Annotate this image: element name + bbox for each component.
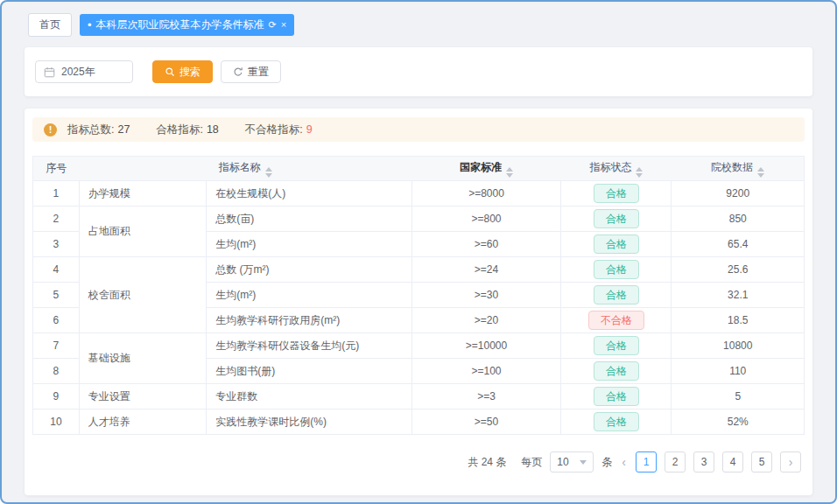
status-badge: 合格 bbox=[594, 260, 639, 279]
cell-status: 合格 bbox=[561, 333, 672, 359]
app-window: 首页 • 本科层次职业院校基本办学条件标准 ⟳ × 2025年 bbox=[0, 0, 837, 504]
cell-index: 4 bbox=[33, 257, 80, 283]
page-button-2[interactable]: 2 bbox=[665, 452, 686, 472]
tag-view-bar: 首页 • 本科层次职业院校基本办学条件标准 ⟳ × bbox=[28, 13, 835, 37]
sort-icon[interactable] bbox=[757, 167, 764, 178]
year-date-value: 2025年 bbox=[61, 65, 95, 80]
cell-name: 实践性教学课时比例(%) bbox=[207, 410, 411, 435]
summary-pass-label: 合格指标: bbox=[156, 122, 202, 137]
year-date-input[interactable]: 2025年 bbox=[35, 60, 133, 83]
cell-index: 3 bbox=[33, 232, 80, 257]
result-panel: ! 指标总数: 27 合格指标: 18 不合格指标: 9 序号 指标名称 bbox=[25, 108, 812, 495]
summary-total-label: 指标总数: bbox=[67, 122, 114, 137]
cell-standard: >=30 bbox=[411, 283, 561, 308]
per-page-suffix: 条 bbox=[601, 455, 612, 470]
header-school-data[interactable]: 院校数据 bbox=[672, 157, 805, 181]
cell-value: 5 bbox=[672, 384, 805, 410]
cell-index: 9 bbox=[33, 384, 80, 410]
per-page-value: 10 bbox=[557, 456, 568, 468]
cell-category: 基础设施 bbox=[79, 333, 206, 384]
summary-fail-value: 9 bbox=[306, 123, 313, 136]
tab-home[interactable]: 首页 bbox=[28, 13, 72, 37]
table-row: 2 占地面积 总数(亩) >=800 合格 850 bbox=[33, 206, 805, 232]
cell-name: 生均图书(册) bbox=[207, 359, 411, 384]
cell-standard: >=10000 bbox=[411, 333, 561, 359]
table-row: 4 校舍面积 总数 (万m²) >=24 合格 25.6 bbox=[33, 257, 805, 283]
cell-status: 合格 bbox=[561, 359, 672, 384]
page-button-1[interactable]: 1 bbox=[636, 452, 657, 472]
cell-standard: >=100 bbox=[411, 359, 561, 384]
next-page-icon: › bbox=[787, 455, 795, 469]
sort-icon[interactable] bbox=[506, 167, 513, 178]
header-indicator-name[interactable]: 指标名称 bbox=[79, 157, 411, 181]
calendar-icon bbox=[44, 66, 55, 78]
reset-button-label: 重置 bbox=[248, 65, 269, 80]
search-button[interactable]: 搜索 bbox=[152, 60, 213, 83]
status-badge: 合格 bbox=[594, 361, 639, 381]
cell-name: 在校生规模(人) bbox=[207, 181, 411, 206]
cell-index: 10 bbox=[33, 410, 80, 435]
status-badge: 合格 bbox=[594, 412, 639, 431]
cell-standard: >=3 bbox=[411, 384, 561, 410]
cell-value: 850 bbox=[672, 206, 805, 232]
header-national-standard[interactable]: 国家标准 bbox=[411, 157, 561, 181]
table-row: 1 办学规模 在校生规模(人) >=8000 合格 9200 bbox=[33, 181, 805, 206]
pagination: 共 24 条 每页 10 条 ‹ 1 2 3 4 5 › bbox=[36, 452, 801, 472]
tab-active-standard[interactable]: • 本科层次职业院校基本办学条件标准 ⟳ × bbox=[80, 14, 294, 36]
sort-icon[interactable] bbox=[265, 167, 272, 178]
page-button-3[interactable]: 3 bbox=[693, 452, 714, 472]
status-badge: 合格 bbox=[594, 336, 639, 355]
header-national-standard-label: 国家标准 bbox=[460, 161, 502, 173]
cell-category: 办学规模 bbox=[79, 181, 206, 206]
tab-refresh-icon[interactable]: ⟳ bbox=[269, 20, 277, 30]
cell-index: 1 bbox=[33, 181, 80, 206]
cell-value: 9200 bbox=[672, 181, 805, 206]
cell-name: 总数(亩) bbox=[207, 206, 411, 232]
cell-category: 占地面积 bbox=[79, 206, 206, 257]
active-dot-icon: • bbox=[88, 19, 92, 31]
cell-standard: >=8000 bbox=[411, 181, 561, 206]
cell-status: 合格 bbox=[561, 410, 672, 435]
cell-value: 52% bbox=[672, 410, 805, 435]
sort-icon[interactable] bbox=[636, 167, 643, 178]
cell-name: 生均(m²) bbox=[207, 232, 411, 257]
header-indicator-status[interactable]: 指标状态 bbox=[561, 157, 672, 181]
summary-alert: ! 指标总数: 27 合格指标: 18 不合格指标: 9 bbox=[32, 117, 805, 142]
header-index: 序号 bbox=[33, 157, 80, 181]
cell-index: 8 bbox=[33, 359, 80, 384]
cell-index: 2 bbox=[33, 206, 80, 232]
cell-name: 专业群数 bbox=[207, 384, 411, 410]
prev-page-icon[interactable]: ‹ bbox=[620, 455, 628, 469]
per-page-select[interactable]: 10 bbox=[550, 452, 594, 472]
indicator-table: 序号 指标名称 国家标准 指标状态 院校数据 bbox=[32, 156, 805, 435]
cell-index: 7 bbox=[33, 333, 80, 359]
cell-status: 合格 bbox=[561, 206, 672, 232]
cell-status: 合格 bbox=[561, 384, 672, 410]
cell-standard: >=50 bbox=[411, 410, 561, 435]
cell-index: 5 bbox=[33, 283, 80, 308]
cell-status: 合格 bbox=[561, 257, 672, 283]
status-badge: 合格 bbox=[594, 285, 639, 304]
cell-status: 合格 bbox=[561, 232, 672, 257]
cell-name: 生均教学科研仪器设备生均(元) bbox=[207, 333, 411, 359]
cell-standard: >=20 bbox=[411, 308, 561, 333]
search-icon bbox=[165, 66, 175, 77]
reset-button[interactable]: 重置 bbox=[221, 60, 281, 83]
cell-name: 生均教学科研行政用房(m²) bbox=[207, 308, 411, 333]
next-page-button[interactable]: › bbox=[780, 452, 801, 472]
cell-status: 不合格 bbox=[561, 308, 672, 333]
status-badge: 合格 bbox=[594, 184, 639, 203]
page-button-4[interactable]: 4 bbox=[722, 452, 743, 472]
header-school-data-label: 院校数据 bbox=[711, 161, 753, 173]
tab-close-icon[interactable]: × bbox=[281, 20, 286, 30]
summary-fail-label: 不合格指标: bbox=[245, 122, 303, 137]
cell-name: 生均(m²) bbox=[207, 283, 411, 308]
search-panel: 2025年 搜索 重置 bbox=[25, 47, 812, 96]
search-button-label: 搜索 bbox=[179, 65, 200, 80]
pagination-total: 共 24 条 bbox=[468, 455, 506, 470]
page-button-5[interactable]: 5 bbox=[751, 452, 772, 472]
cell-category: 校舍面积 bbox=[79, 257, 206, 333]
status-badge: 合格 bbox=[594, 387, 639, 406]
cell-category: 专业设置 bbox=[79, 384, 206, 410]
table-row: 9 专业设置 专业群数 >=3 合格 5 bbox=[33, 384, 805, 410]
